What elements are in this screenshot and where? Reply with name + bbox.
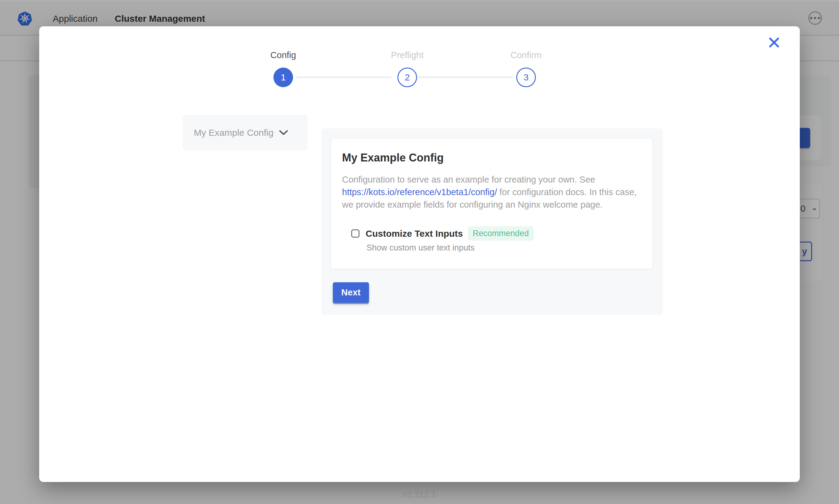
step-connector-1 [296,76,391,78]
chevron-down-icon [279,130,288,136]
close-icon[interactable] [767,35,782,50]
step-connector-2 [418,76,513,78]
config-group-title: My Example Config [342,151,641,164]
config-group-description: Configuration to serve as an example for… [342,174,641,211]
description-line-2-rest: for configuration docs. In this case, [497,187,637,197]
next-button[interactable]: Next [333,282,369,303]
step-circle-1[interactable]: 1 [273,68,293,87]
step-label-config: Config [270,50,296,60]
config-wizard-modal: Config Preflight Confirm 1 2 3 My Exampl… [39,26,800,482]
recommended-badge: Recommended [468,226,534,241]
config-group-card: My Example Config Configuration to serve… [331,138,653,269]
step-number-1: 1 [281,72,286,83]
step-number-3: 3 [524,72,529,83]
config-panel: My Example Config Configuration to serve… [322,128,663,315]
step-circle-2[interactable]: 2 [397,68,417,87]
step-label-confirm: Confirm [511,50,542,60]
config-group-dropdown[interactable]: My Example Config [183,115,308,150]
customize-text-inputs-checkbox[interactable] [351,229,359,238]
config-docs-link[interactable]: https://kots.io/reference/v1beta1/config… [342,187,497,197]
description-line-3: we provide example fields for configurin… [342,198,641,211]
step-label-preflight: Preflight [391,50,424,60]
checkbox-label: Customize Text Inputs [365,229,463,239]
checkbox-help-text: Show custom user text inputs [366,243,641,253]
description-line-1: Configuration to serve as an example for… [342,174,641,186]
config-group-dropdown-label: My Example Config [194,128,273,138]
screen: Application Cluster Management 0 ⌄ y v1.… [0,0,839,504]
step-number-2: 2 [405,72,410,83]
checkbox-row: Customize Text Inputs Recommended [351,226,641,241]
step-circle-3[interactable]: 3 [516,68,536,87]
